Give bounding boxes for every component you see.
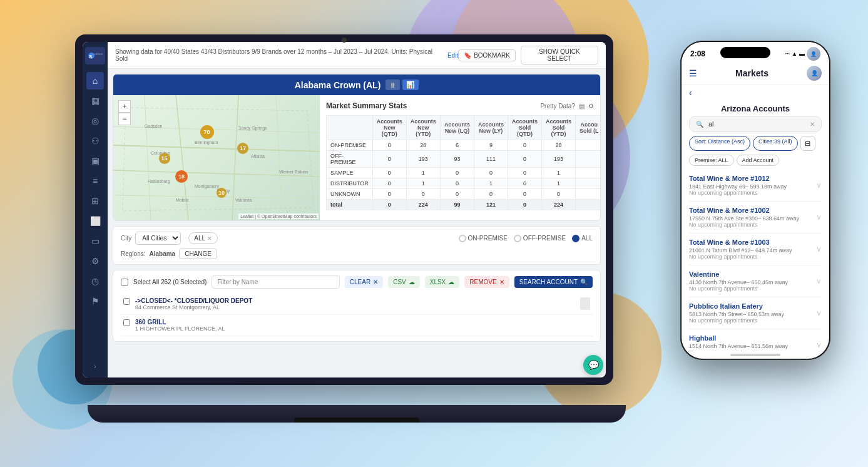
cell: 1 [406, 168, 440, 178]
sidebar-item-list[interactable]: ≡ [86, 172, 104, 190]
list-item: 360 GRILL 1 HIGHTOWER PL FLORENCE, AL [121, 315, 593, 336]
radio-all[interactable]: ALL [572, 235, 593, 242]
sidebar-item-phone[interactable]: ▭ [86, 232, 104, 250]
change-region-button[interactable]: CHANGE [179, 249, 217, 259]
sidebar-item-folder[interactable]: ⬜ [86, 212, 104, 230]
top-bar-actions: 🔖 BOOKMARK SHOW QUICK SELECT [458, 46, 598, 64]
account-name[interactable]: Total Wine & More #1002 [689, 207, 799, 214]
cities-chip[interactable]: Cities:39 (All) [753, 136, 798, 151]
sort-chip[interactable]: Sort: Distance (Asc) [689, 136, 750, 151]
chevron-icon[interactable]: ∨ [816, 309, 822, 317]
account-checkbox-1[interactable] [123, 298, 130, 305]
search-glass-icon: 🔍 [696, 121, 703, 128]
dist-text: 638.64m away [762, 215, 799, 222]
sidebar-item-settings[interactable]: ⚙ [86, 252, 104, 270]
sidebar-item-home[interactable]: ⌂ [86, 72, 104, 90]
cell [575, 140, 600, 151]
pause-button[interactable]: ⏸ [385, 80, 400, 90]
sidebar-item-chart[interactable]: ▦ [86, 92, 104, 110]
col-header-accts-sold-qtd: AccountsSold(QTD) [508, 116, 541, 140]
radio-on-premise[interactable]: ON-PREMISE [459, 235, 508, 242]
sidebar-item-globe[interactable]: ◎ [86, 112, 104, 130]
cell: 224 [406, 200, 440, 210]
map-zoom-in[interactable]: + [118, 100, 131, 113]
app-layout: S salestier ⌂ ▦ ◎ ⚇ ▣ ≡ ⊞ ⬜ ▭ ⚙ ◷ ⚑ [83, 42, 606, 377]
addr-text: 1841 East Highway 69– [689, 183, 748, 190]
cell [575, 178, 600, 189]
all-radio-label: ALL [581, 235, 593, 242]
clear-button[interactable]: CLEAR ✕ [345, 276, 383, 288]
cell: 0 [508, 140, 541, 151]
radio-off-premise[interactable]: OFF-PREMISE [514, 235, 566, 242]
content-area: Alabama Crown (AL) ⏸ 📊 [108, 69, 606, 377]
account-list: ->CLOSED<- *CLOSED/LIQUOR DEPOT 84 Comme… [121, 294, 593, 336]
chat-bubble[interactable]: 💬 [583, 355, 603, 375]
search-input-container[interactable]: 🔍 al ✕ [689, 116, 822, 132]
list-item: Pubblico Italian Eatery 5813 North 7th S… [689, 297, 822, 329]
all-cities-button[interactable]: ALL ✕ [188, 232, 218, 244]
city-select[interactable]: All Cities [135, 232, 181, 245]
account-name[interactable]: Pubblico Italian Eatery [689, 302, 784, 310]
svg-text:Gadsden: Gadsden [145, 124, 163, 128]
chevron-icon[interactable]: ∨ [816, 341, 822, 349]
search-account-button[interactable]: SEARCH ACCOUNT 🔍 [514, 276, 593, 288]
sidebar-item-bookmark[interactable]: ⚑ [86, 292, 104, 310]
svg-line-7 [145, 95, 151, 220]
account-name[interactable]: Total Wine & More #1012 [689, 175, 787, 182]
app-screen: S salestier ⌂ ▦ ◎ ⚇ ▣ ≡ ⊞ ⬜ ▭ ⚙ ◷ ⚑ [83, 42, 606, 377]
filter-icon[interactable]: ⚙ [588, 103, 594, 110]
back-arrow[interactable]: ‹ [689, 88, 692, 98]
account-name[interactable]: Valentine [689, 270, 788, 278]
add-account-chip[interactable]: Add Account [737, 155, 780, 166]
csv-button[interactable]: CSV ☁ [388, 276, 420, 288]
cell: 224 [541, 200, 575, 210]
svg-text:Atlanta: Atlanta [251, 154, 265, 158]
table-row: ON-PREMISE 0 28 6 9 0 28 [327, 140, 601, 151]
quick-select-button[interactable]: SHOW QUICK SELECT [521, 46, 598, 64]
cell: 0 [508, 151, 541, 168]
premise-chip[interactable]: Premise: ALL [689, 155, 734, 166]
upload-icon-2: ☁ [448, 279, 454, 285]
chevron-icon[interactable]: ∨ [816, 245, 822, 254]
hamburger-icon[interactable]: ☰ [689, 68, 697, 78]
row-label: DISTRIBUTOR [327, 178, 373, 189]
chevron-icon[interactable]: ∨ [816, 181, 822, 190]
svg-text:Mobile: Mobile [176, 198, 189, 202]
sidebar-item-grid[interactable]: ⊞ [86, 192, 104, 210]
chevron-icon[interactable]: ∨ [816, 213, 822, 222]
cell: 193 [406, 151, 440, 168]
chart-button[interactable]: 📊 [402, 80, 419, 90]
map-zoom-out[interactable]: − [118, 113, 131, 125]
remove-button[interactable]: REMOVE ✕ [464, 276, 509, 288]
cell: 0 [406, 189, 440, 200]
laptop: S salestier ⌂ ▦ ◎ ⚇ ▣ ≡ ⊞ ⬜ ▭ ⚙ ◷ ⚑ [75, 34, 638, 423]
chevron-icon[interactable]: ∨ [816, 277, 822, 285]
search-clear-icon[interactable]: ✕ [810, 121, 815, 128]
xlsx-button[interactable]: XLSX ☁ [425, 276, 460, 288]
cell: 0 [508, 168, 541, 178]
account-name[interactable]: Total Wine & More #1003 [689, 239, 792, 246]
sidebar-item-calendar[interactable]: ▣ [86, 152, 104, 170]
cell: 0 [541, 189, 575, 200]
radio-circle-all [572, 235, 580, 242]
filter-name-input[interactable] [212, 275, 340, 289]
search-account-label: SEARCH ACCOUNT [519, 279, 578, 285]
account-name[interactable]: Highball [689, 334, 788, 342]
account-checkbox-2[interactable] [123, 319, 130, 326]
col-header-accts-new-lq: AccountsNew (LQ) [440, 116, 474, 140]
account-appt: No upcoming appointments [689, 254, 792, 260]
table-row: SAMPLE 0 1 0 0 0 1 [327, 168, 601, 178]
filter-funnel-button[interactable]: ⊟ [800, 136, 815, 151]
csv-label: CSV [393, 279, 406, 285]
cell: 0 [474, 189, 508, 200]
sidebar-item-time[interactable]: ◷ [86, 272, 104, 290]
sidebar: S salestier ⌂ ▦ ◎ ⚇ ▣ ≡ ⊞ ⬜ ▭ ⚙ ◷ ⚑ [83, 42, 108, 377]
select-all-label: Select All 262 (0 Selected) [133, 279, 207, 285]
select-all-checkbox[interactable] [121, 279, 128, 286]
table-icon[interactable]: ▤ [579, 103, 585, 110]
sidebar-item-users[interactable]: ⚇ [86, 132, 104, 150]
bookmark-button[interactable]: 🔖 BOOKMARK [458, 49, 516, 61]
edit-link[interactable]: Edit [447, 52, 458, 59]
account-name-1: ->CLOSED<- *CLOSED/LIQUOR DEPOT [135, 297, 252, 304]
sidebar-collapse-btn[interactable]: › [86, 360, 104, 372]
